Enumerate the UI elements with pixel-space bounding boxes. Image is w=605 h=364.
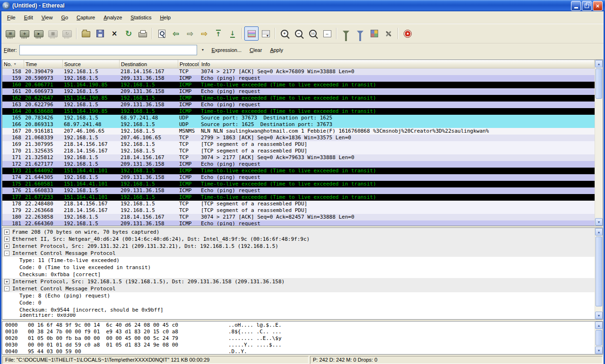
menu-view[interactable]: View	[37, 13, 57, 22]
scrollbar-thumb[interactable]	[596, 237, 602, 306]
capture-filter-button[interactable]	[339, 26, 353, 41]
go-to-bottom-button[interactable]: ↓	[225, 26, 240, 41]
packet-row[interactable]: 179 22.263668 218.14.156.167 192.168.1.5…	[2, 207, 595, 214]
expander-icon[interactable]: +	[4, 229, 9, 235]
print-button[interactable]	[136, 26, 150, 41]
packet-row[interactable]: 165 20.783426 192.168.1.5 68.97.241.48 U…	[2, 115, 595, 121]
detail-row[interactable]: + Internet Protocol, Src: 192.168.1.5 (1…	[2, 278, 595, 285]
hex-row[interactable]: 0010 00 38 24 7b 00 00 f9 01 e9 43 d1 83…	[5, 329, 595, 335]
help-button[interactable]	[400, 26, 415, 41]
expander-icon[interactable]: -	[4, 286, 9, 291]
menu-analyze[interactable]: Analyze	[99, 13, 126, 22]
detail-row[interactable]: - Internet Control Message Protocol	[2, 285, 595, 292]
capture-interfaces-button[interactable]: ≡	[3, 26, 17, 41]
packet-row[interactable]: 160 20.606771 151.164.190.85 192.168.1.5…	[2, 82, 595, 88]
column-header-protocol[interactable]: Protocol	[178, 60, 200, 68]
detail-row[interactable]: + Ethernet II, Src: Netgear_40:d6:24 (00…	[2, 236, 595, 243]
column-header-time[interactable]: Time	[24, 60, 63, 68]
packet-row[interactable]: 161 20.606973 192.168.1.5 209.131.36.158…	[2, 88, 595, 95]
packet-row[interactable]: 170 21.325635 218.14.156.167 192.168.1.5…	[2, 148, 595, 154]
capture-stop-button[interactable]: ■	[46, 26, 60, 41]
coloring-rules-button[interactable]	[367, 26, 381, 41]
detail-row[interactable]: Type: 8 (Echo (ping) request)	[2, 292, 595, 299]
detail-row[interactable]: + Internet Protocol, Src: 209.131.32.21 …	[2, 243, 595, 250]
go-forward-button[interactable]: ⇨	[183, 26, 197, 41]
menu-statistics[interactable]: Statistics	[126, 13, 156, 22]
scroll-down-icon[interactable]: ▼	[595, 347, 603, 354]
minimize-button[interactable]	[571, 1, 581, 11]
expander-icon[interactable]: +	[4, 244, 9, 249]
menu-capture[interactable]: Capture	[72, 13, 99, 22]
packet-row[interactable]: 174 21.644305 192.168.1.5 209.131.36.158…	[2, 174, 595, 181]
find-packet-button[interactable]	[155, 26, 169, 41]
open-file-button[interactable]	[79, 26, 93, 41]
menu-file[interactable]: File	[3, 13, 20, 22]
capture-options-button[interactable]: +	[17, 26, 32, 41]
detail-row[interactable]: Checksum: 0xfbba [correct]	[2, 271, 595, 278]
auto-scroll-button[interactable]	[259, 26, 273, 41]
detail-row[interactable]: Type: 11 (Time-to-live exceeded)	[2, 257, 595, 264]
expander-icon[interactable]: -	[4, 251, 9, 256]
packet-row[interactable]: 180 22.263858 192.168.1.5 218.14.156.167…	[2, 214, 595, 220]
packet-row[interactable]: 158 20.390479 192.168.1.5 218.14.156.167…	[2, 68, 595, 75]
packet-row[interactable]: 168 21.068339 192.168.1.5 207.46.106.65 …	[2, 135, 595, 141]
packet-row[interactable]: 176 21.660833 192.168.1.5 209.131.36.158…	[2, 187, 595, 194]
packet-list-scrollbar[interactable]: ▲ ▼	[595, 60, 603, 226]
column-header-info[interactable]: Info	[200, 60, 595, 68]
detail-row[interactable]: Code: 0	[2, 299, 595, 306]
column-header-destination[interactable]: Destination	[120, 60, 178, 68]
detail-row[interactable]: Identifier: 0x0300	[2, 313, 595, 317]
packet-row[interactable]: 167 20.916181 207.46.106.65 192.168.1.5 …	[2, 128, 595, 135]
packet-row[interactable]: 166 20.869313 68.97.241.48 192.168.1.5 U…	[2, 121, 595, 128]
packet-row[interactable]: 163 20.622796 192.168.1.5 209.131.36.158…	[2, 102, 595, 108]
hex-row[interactable]: 0040 95 44 03 00 59 00 .D..Y.	[5, 348, 595, 354]
menu-go[interactable]: Go	[57, 13, 72, 22]
packet-row[interactable]: 164 20.638688 151.164.190.85 192.168.1.5…	[2, 108, 595, 115]
hex-row[interactable]: 0000 00 16 6f 48 9f 9c 00 14 6c 40 d6 24…	[5, 322, 595, 329]
scroll-down-icon[interactable]: ▼	[595, 312, 603, 319]
detail-row[interactable]: Checksum: 0x9544 [incorrect, should be 0…	[2, 306, 595, 313]
colorize-list-button[interactable]	[244, 26, 259, 41]
expander-icon[interactable]: +	[4, 237, 9, 242]
scroll-up-icon[interactable]: ▲	[595, 60, 603, 68]
go-to-top-button[interactable]: ↑	[211, 26, 225, 41]
detail-row[interactable]: Code: 0 (Time to live exceeded in transi…	[2, 264, 595, 271]
packet-row[interactable]: 159 20.590973 192.168.1.5 209.131.36.158…	[2, 75, 595, 82]
scrollbar-thumb[interactable]	[596, 68, 602, 99]
display-filter-button[interactable]	[353, 26, 367, 41]
detail-scrollbar[interactable]: ▲ ▼	[595, 228, 603, 319]
close-capture-button[interactable]: ×	[107, 26, 121, 41]
scrollbar-thumb[interactable]	[596, 330, 602, 346]
scroll-up-icon[interactable]: ▲	[595, 228, 603, 236]
go-back-button[interactable]: ⇦	[169, 26, 183, 41]
zoom-out-button[interactable]: −	[292, 26, 306, 41]
column-header-no[interactable]: No.▼	[2, 60, 24, 68]
packet-row[interactable]: 173 21.644092 151.164.41.101 192.168.1.5…	[2, 168, 595, 174]
zoom-100-button[interactable]: 1:1	[306, 26, 320, 41]
zoom-in-button[interactable]: +	[277, 26, 292, 41]
expression-button[interactable]: Expression...	[209, 46, 245, 54]
detail-row[interactable]: - Internet Control Message Protocol	[2, 250, 595, 257]
packet-row[interactable]: 172 21.627177 192.168.1.5 209.131.36.158…	[2, 161, 595, 168]
packet-row[interactable]: 162 20.622647 151.164.190.85 192.168.1.5…	[2, 95, 595, 102]
restore-button[interactable]	[582, 1, 592, 11]
packet-row[interactable]: 177 21.677233 151.164.41.101 192.168.1.5…	[2, 194, 595, 201]
detail-row[interactable]: + Frame 208 (70 bytes on wire, 70 bytes …	[2, 229, 595, 236]
resize-columns-button[interactable]: ↔	[320, 26, 334, 41]
packet-row[interactable]: 178 22.248480 218.14.156.167 192.168.1.5…	[2, 201, 595, 207]
hex-row[interactable]: 0030 00 00 01 01 dd 59 c0 a8 01 05 d1 83…	[5, 342, 595, 348]
reload-button[interactable]: ↻	[121, 26, 136, 41]
clear-filter-button[interactable]: Clear	[247, 46, 265, 54]
hex-row[interactable]: 0020 01 05 0b 00 fb ba 00 00 00 00 45 00…	[5, 335, 595, 342]
packet-row[interactable]: 175 21.660581 151.164.41.101 192.168.1.5…	[2, 181, 595, 187]
hex-scrollbar[interactable]: ▲ ▼	[595, 322, 603, 354]
packet-row[interactable]: 171 21.325812 192.168.1.5 218.14.156.167…	[2, 154, 595, 161]
save-file-button[interactable]	[93, 26, 107, 41]
capture-restart-button[interactable]: ↻	[60, 26, 74, 41]
close-button[interactable]: ×	[593, 1, 603, 11]
expander-icon[interactable]: +	[4, 279, 9, 284]
menu-help[interactable]: Help	[156, 13, 175, 22]
packet-row[interactable]: 169 21.307995 218.14.156.167 192.168.1.5…	[2, 141, 595, 148]
capture-start-button[interactable]: ▸	[32, 26, 46, 41]
scroll-down-icon[interactable]: ▼	[595, 218, 603, 226]
